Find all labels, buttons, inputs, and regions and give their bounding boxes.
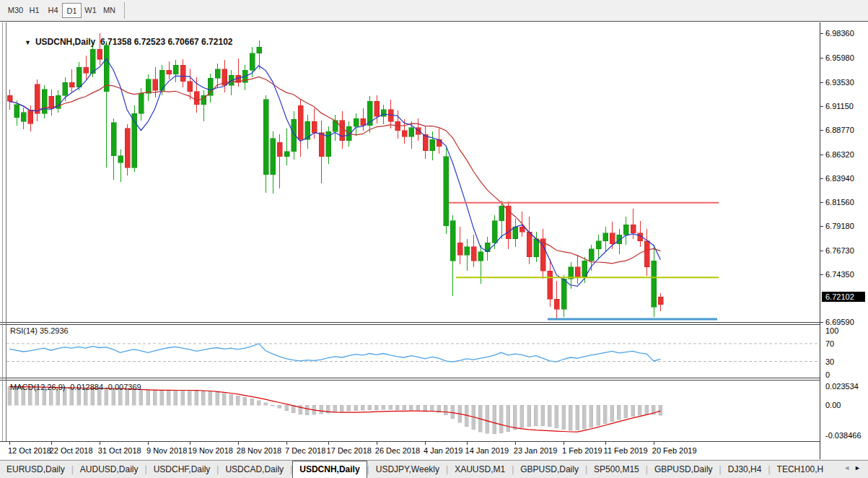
- candle-6[interactable]: [49, 90, 54, 116]
- candle-86[interactable]: [603, 227, 608, 251]
- candle-52[interactable]: [367, 96, 372, 132]
- macd-bar-40: [285, 405, 289, 411]
- symbol-tab-usdcad-3[interactable]: USDCAD,Daily: [219, 461, 290, 478]
- candle-43[interactable]: [305, 115, 310, 149]
- candle-67[interactable]: [471, 235, 476, 266]
- candle-92[interactable]: [644, 229, 649, 276]
- candle-0[interactable]: [7, 90, 12, 110]
- date-axis[interactable]: 12 Oct 201822 Oct 201831 Oct 20189 Nov 2…: [0, 441, 820, 459]
- scroll-right-icon[interactable]: ►: [854, 464, 865, 472]
- candle-40[interactable]: [284, 129, 289, 166]
- candle-48[interactable]: [340, 111, 345, 148]
- scroll-left-icon[interactable]: ◄: [843, 464, 854, 472]
- candle-63[interactable]: [444, 147, 449, 234]
- candle-68[interactable]: [478, 245, 483, 284]
- candle-37[interactable]: [263, 95, 268, 193]
- splitter-rsi-macd[interactable]: [0, 378, 868, 378]
- candle-65[interactable]: [457, 227, 463, 264]
- timeframe-button-h4[interactable]: H4: [43, 3, 63, 18]
- candle-77[interactable]: [540, 229, 545, 279]
- timeframe-button-d1[interactable]: D1: [62, 3, 82, 18]
- candle-50[interactable]: [354, 113, 359, 136]
- candle-89[interactable]: [623, 217, 628, 245]
- candle-30[interactable]: [215, 64, 220, 87]
- chart-window[interactable]: ▼USDCNH,Daily 6.71358 6.72523 6.70667 6.…: [0, 22, 868, 459]
- candle-26[interactable]: [188, 69, 193, 100]
- candle-78[interactable]: [548, 259, 553, 308]
- candle-16[interactable]: [118, 149, 123, 182]
- candle-79[interactable]: [554, 281, 559, 319]
- price-axis-label: 6.98360: [825, 29, 854, 38]
- symbol-tab-usdcnh-4[interactable]: USDCNH,Daily: [292, 461, 367, 478]
- candle-45[interactable]: [319, 121, 324, 184]
- candle-93[interactable]: [652, 245, 657, 317]
- candle-20[interactable]: [146, 74, 151, 101]
- candle-75[interactable]: [527, 217, 532, 264]
- symbol-tab-usdjpy-5[interactable]: USDJPY,Weekly: [369, 461, 446, 478]
- candle-61[interactable]: [430, 131, 435, 160]
- rsi-indicator-panel[interactable]: [6, 325, 820, 378]
- symbol-tab-tech100-11[interactable]: TECH100,H: [771, 461, 830, 478]
- candle-83[interactable]: [582, 257, 587, 283]
- candle-76[interactable]: [534, 232, 539, 262]
- candle-53[interactable]: [374, 95, 380, 123]
- symbol-tab-xauusd-6[interactable]: XAUUSD,M1: [448, 461, 512, 478]
- timeframe-button-mn[interactable]: MN: [100, 3, 119, 18]
- candle-46[interactable]: [326, 126, 331, 164]
- candle-24[interactable]: [173, 60, 178, 82]
- candle-18[interactable]: [132, 105, 137, 172]
- candle-38[interactable]: [271, 131, 276, 194]
- macd-bar-69: [486, 405, 489, 433]
- candle-7[interactable]: [56, 90, 61, 113]
- candle-2[interactable]: [21, 108, 26, 130]
- candle-15[interactable]: [111, 118, 116, 180]
- macd-label: MACD(12,26,9) -0.012884 -0.007369: [10, 383, 141, 391]
- candle-25[interactable]: [180, 59, 185, 87]
- candle-31[interactable]: [222, 60, 227, 92]
- timeframe-button-h1[interactable]: H1: [25, 3, 44, 18]
- candle-56[interactable]: [395, 110, 400, 139]
- symbol-tab-gbpusd-7[interactable]: GBPUSD,Daily: [514, 461, 585, 478]
- candle-71[interactable]: [499, 201, 504, 239]
- candle-5[interactable]: [42, 85, 47, 118]
- symbol-tab-usdchf-2[interactable]: USDCHF,Daily: [147, 461, 217, 478]
- timeframe-button-w1[interactable]: W1: [81, 3, 100, 18]
- candle-84[interactable]: [589, 245, 594, 271]
- rsi-label: RSI(14) 35.2936: [10, 326, 69, 335]
- candle-94[interactable]: [658, 293, 663, 312]
- candle-60[interactable]: [423, 126, 428, 159]
- candle-73[interactable]: [513, 219, 518, 247]
- candle-85[interactable]: [596, 235, 601, 258]
- candle-82[interactable]: [575, 255, 580, 284]
- symbol-tab-audusd-1[interactable]: AUDUSD,Daily: [74, 461, 145, 478]
- timeframe-button-m30[interactable]: M30: [6, 3, 25, 18]
- main-price-chart[interactable]: [6, 22, 820, 322]
- splitter-main-rsi[interactable]: [0, 322, 868, 323]
- candle-11[interactable]: [84, 56, 89, 79]
- candle-51[interactable]: [361, 108, 366, 131]
- date-axis-label: 31 Oct 2018: [98, 446, 141, 455]
- candle-32[interactable]: [229, 70, 234, 95]
- candle-17[interactable]: [125, 124, 130, 175]
- candle-47[interactable]: [333, 115, 338, 141]
- symbol-tab-gbpusd-9[interactable]: GBPUSD,Daily: [648, 461, 719, 478]
- candle-39[interactable]: [277, 134, 282, 188]
- candle-9[interactable]: [69, 69, 74, 92]
- candle-34[interactable]: [242, 65, 247, 90]
- candle-42[interactable]: [298, 100, 303, 157]
- symbol-tab-eurusd-0[interactable]: EURUSD,Daily: [0, 461, 71, 478]
- candle-36[interactable]: [257, 40, 262, 69]
- symbol-tab-dj30-10[interactable]: DJ30,H4: [722, 461, 768, 478]
- chevron-down-icon[interactable]: ▼: [25, 39, 31, 46]
- candle-29[interactable]: [208, 74, 213, 103]
- candle-55[interactable]: [388, 100, 393, 129]
- candle-66[interactable]: [465, 239, 470, 271]
- candle-28[interactable]: [201, 90, 206, 121]
- candle-64[interactable]: [450, 215, 455, 297]
- candle-23[interactable]: [167, 61, 172, 79]
- candle-91[interactable]: [638, 221, 643, 247]
- symbol-tab-sp500-8[interactable]: SP500,M15: [587, 461, 646, 478]
- macd-bar-64: [451, 405, 455, 419]
- price-axis[interactable]: 6.72102 6.983606.959806.935306.911506.88…: [820, 22, 868, 459]
- candle-4[interactable]: [35, 79, 40, 121]
